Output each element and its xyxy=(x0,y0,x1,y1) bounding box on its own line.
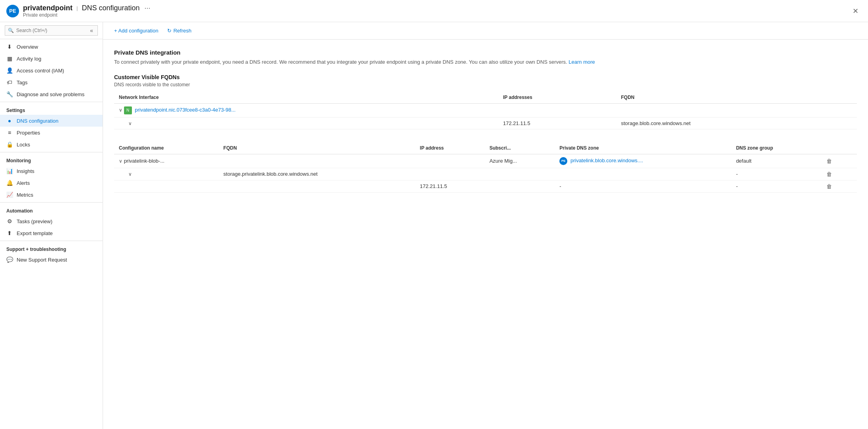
fqdn-cell: storage.blob.core.windows.net xyxy=(616,117,857,129)
refresh-icon: ↻ xyxy=(167,28,172,34)
subscription-cell xyxy=(485,168,555,180)
col-private-dns-zone: Private DNS zone xyxy=(555,142,731,154)
insights-icon: 📊 xyxy=(6,168,13,174)
nic-link[interactable]: privatendpoint.nic.073fcee8-c3a0-4e73-98… xyxy=(135,107,235,113)
sidebar-locks-label: Locks xyxy=(17,142,30,148)
overview-icon: ⬇ xyxy=(6,44,13,50)
sidebar-item-tags[interactable]: 🏷 Tags xyxy=(0,76,103,88)
sidebar-properties-label: Properties xyxy=(17,130,40,136)
settings-section-label: Settings xyxy=(0,104,103,115)
ip-addresses-cell: 172.21.11.5 xyxy=(498,117,616,129)
sidebar-metrics-label: Metrics xyxy=(17,192,33,198)
sidebar-dns-config-label: DNS configuration xyxy=(17,118,59,124)
private-dns-integration-desc: To connect privately with your private e… xyxy=(114,58,857,66)
sidebar-tasks-label: Tasks (preview) xyxy=(17,218,52,224)
tasks-icon: ⚙ xyxy=(6,218,13,224)
toolbar: + Add configuration ↻ Refresh xyxy=(103,22,868,40)
delete-button[interactable]: 🗑 xyxy=(824,182,834,190)
dns-zone-group-cell: - xyxy=(731,168,819,180)
col-subscription: Subscri... xyxy=(485,142,555,154)
table-row: ∨ privatelink-blob-... Azure Mig... PE p… xyxy=(114,154,857,168)
config-name-cell: privatelink-blob-... xyxy=(124,158,165,164)
properties-icon: ≡ xyxy=(6,129,13,136)
fqdn-cell xyxy=(219,180,415,192)
nic-icon: N xyxy=(124,106,132,114)
customer-fqdns-desc: DNS records visible to the customer xyxy=(114,82,857,87)
private-dns-zone-cell: PE privatelink.blob.core.windows.... xyxy=(555,154,731,168)
sidebar-item-access-control[interactable]: 👤 Access control (IAM) xyxy=(0,65,103,76)
ip-address-cell xyxy=(415,168,485,180)
col-network-interface: Network Interface xyxy=(114,91,498,104)
monitoring-section-label: Monitoring xyxy=(0,154,103,165)
dns-zone-group-cell: - xyxy=(731,180,819,192)
row-expand-chevron[interactable]: ∨ xyxy=(119,158,122,164)
fqdn-cell xyxy=(219,154,415,168)
table-row: ∨ 172.21.11.5 storage.blob.core.windows.… xyxy=(114,117,857,129)
customer-fqdns-title: Customer Visible FQDNs xyxy=(114,74,857,80)
col-actions xyxy=(819,142,857,154)
export-template-icon: ⬆ xyxy=(6,230,13,236)
automation-section-label: Automation xyxy=(0,204,103,215)
subscription-cell xyxy=(485,180,555,192)
col-config-name: Configuration name xyxy=(114,142,219,154)
subscription-cell: Azure Mig... xyxy=(485,154,555,168)
resource-name: privatendpoint xyxy=(23,4,72,12)
sidebar-alerts-label: Alerts xyxy=(17,180,30,186)
ip-addresses-cell xyxy=(498,103,616,117)
sidebar-overview-label: Overview xyxy=(17,44,38,50)
fqdn-cell xyxy=(616,103,857,117)
collapse-sidebar-button[interactable]: « xyxy=(90,27,93,34)
sidebar-item-dns-configuration[interactable]: ● DNS configuration xyxy=(0,115,103,127)
sidebar-new-support-label: New Support Request xyxy=(17,257,67,263)
dns-config-icon: ● xyxy=(6,118,13,124)
row-expand-chevron[interactable]: ∨ xyxy=(128,171,132,177)
sidebar-item-diagnose[interactable]: 🔧 Diagnose and solve problems xyxy=(0,88,103,100)
sidebar-item-new-support[interactable]: 💬 New Support Request xyxy=(0,254,103,266)
fqdn-cell: storage.privatelink.blob.core.windows.ne… xyxy=(219,168,415,180)
sidebar-activity-log-label: Activity log xyxy=(17,56,41,62)
sidebar-item-alerts[interactable]: 🔔 Alerts xyxy=(0,177,103,189)
sidebar-item-locks[interactable]: 🔒 Locks xyxy=(0,139,103,150)
azure-dns-icon: PE xyxy=(559,157,567,165)
sidebar-item-metrics[interactable]: 📈 Metrics xyxy=(0,189,103,201)
title-separator: | xyxy=(76,5,78,11)
sidebar-item-tasks[interactable]: ⚙ Tasks (preview) xyxy=(0,215,103,227)
sidebar-item-activity-log[interactable]: ▦ Activity log xyxy=(0,53,103,65)
support-section-label: Support + troubleshooting xyxy=(0,243,103,254)
refresh-label: Refresh xyxy=(174,28,192,34)
learn-more-link[interactable]: Learn more xyxy=(568,59,595,65)
configuration-table: Configuration name FQDN IP address Subsc… xyxy=(114,142,857,193)
customer-visible-fqdns-section: Customer Visible FQDNs DNS records visib… xyxy=(114,74,857,129)
sidebar-nav: ⬇ Overview ▦ Activity log 👤 Access contr… xyxy=(0,39,103,429)
sidebar-item-insights[interactable]: 📊 Insights xyxy=(0,165,103,177)
search-icon: 🔍 xyxy=(8,28,14,33)
private-dns-zone-cell xyxy=(555,168,731,180)
new-support-icon: 💬 xyxy=(6,256,13,263)
sidebar-tags-label: Tags xyxy=(17,80,27,85)
access-control-icon: 👤 xyxy=(6,67,13,74)
delete-button[interactable]: 🗑 xyxy=(824,157,834,165)
delete-button[interactable]: 🗑 xyxy=(824,170,834,178)
col-fqdn: FQDN xyxy=(616,91,857,104)
row-expand-chevron[interactable]: ∨ xyxy=(128,121,132,126)
sidebar-export-template-label: Export template xyxy=(17,230,53,236)
add-configuration-button[interactable]: + Add configuration xyxy=(111,26,162,35)
col-ip-address: IP address xyxy=(415,142,485,154)
more-options-icon[interactable]: ··· xyxy=(144,4,150,12)
sidebar-search-area: 🔍 « xyxy=(0,22,103,39)
search-input[interactable] xyxy=(5,25,98,36)
sidebar-item-properties[interactable]: ≡ Properties xyxy=(0,127,103,139)
page-title: DNS configuration xyxy=(82,4,139,12)
sidebar-item-export-template[interactable]: ⬆ Export template xyxy=(0,227,103,239)
title-bar: PE privatendpoint | DNS configuration ··… xyxy=(0,0,868,22)
refresh-button[interactable]: ↻ Refresh xyxy=(164,26,195,35)
alerts-icon: 🔔 xyxy=(6,180,13,186)
dns-zone-link[interactable]: privatelink.blob.core.windows.... xyxy=(570,158,643,163)
private-dns-integration-section: Private DNS integration To connect priva… xyxy=(114,49,857,66)
diagnose-icon: 🔧 xyxy=(6,91,13,97)
sidebar-item-overview[interactable]: ⬇ Overview xyxy=(0,41,103,53)
close-button[interactable]: ✕ xyxy=(849,5,862,17)
table-row: ∨ N privatendpoint.nic.073fcee8-c3a0-4e7… xyxy=(114,103,857,117)
col-dns-zone-group: DNS zone group xyxy=(731,142,819,154)
row-expand-chevron[interactable]: ∨ xyxy=(119,107,122,113)
